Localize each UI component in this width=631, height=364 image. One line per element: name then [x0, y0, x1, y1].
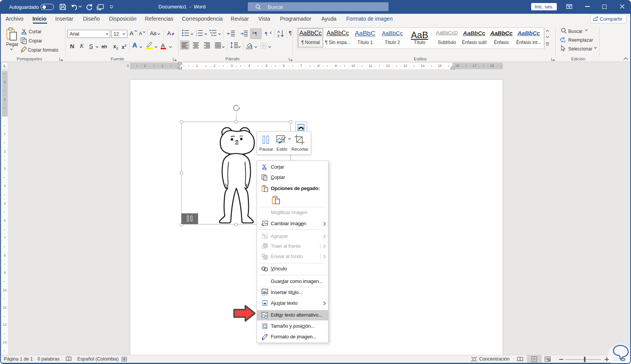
svg-text:1: 1: [196, 30, 197, 32]
svg-text:3: 3: [196, 34, 197, 37]
svg-text:c: c: [564, 39, 566, 43]
svg-text:Z: Z: [277, 34, 280, 38]
svg-text:A: A: [277, 29, 280, 34]
svg-text:¶: ¶: [265, 31, 267, 36]
svg-text:¶: ¶: [255, 31, 257, 36]
svg-text:2: 2: [196, 32, 197, 34]
